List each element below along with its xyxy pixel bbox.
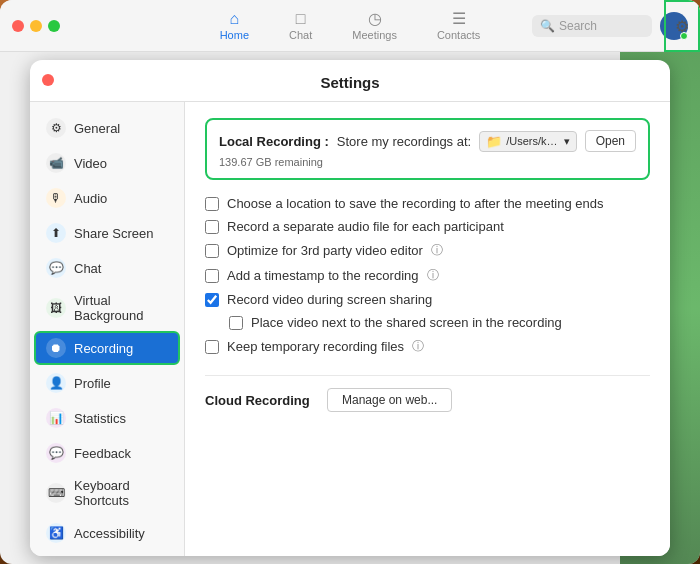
checkbox-optimize-input[interactable] — [205, 244, 219, 258]
maximize-button[interactable] — [48, 20, 60, 32]
sidebar-item-video[interactable]: 📹 Video — [34, 146, 180, 180]
sidebar-label-chat: Chat — [74, 261, 101, 276]
search-icon: 🔍 — [540, 19, 555, 33]
checkbox-keep-temp-label: Keep temporary recording files — [227, 339, 404, 354]
gear-button[interactable]: ⚙ — [664, 0, 700, 52]
tab-chat[interactable]: □ Chat — [281, 7, 320, 45]
cloud-recording-row: Cloud Recording Manage on web... — [205, 375, 650, 412]
checkbox-choose-location-label: Choose a location to save the recording … — [227, 196, 604, 211]
sidebar-item-statistics[interactable]: 📊 Statistics — [34, 401, 180, 435]
modal-body: ⚙ General 📹 Video 🎙 Audio ⬆ Share Screen — [30, 102, 670, 556]
sidebar-item-share-screen[interactable]: ⬆ Share Screen — [34, 216, 180, 250]
checkbox-place-video-next: Place video next to the shared screen in… — [205, 311, 650, 334]
chat-nav-icon: □ — [296, 11, 306, 27]
recording-icon: ⏺ — [46, 338, 66, 358]
checkbox-separate-audio: Record a separate audio file for each pa… — [205, 215, 650, 238]
sidebar-item-accessibility[interactable]: ♿ Accessibility — [34, 516, 180, 550]
settings-sidebar: ⚙ General 📹 Video 🎙 Audio ⬆ Share Screen — [30, 102, 185, 556]
share-screen-icon: ⬆ — [46, 223, 66, 243]
traffic-lights — [12, 20, 60, 32]
content-area: Settings ⚙ General 📹 Video 🎙 Audio — [0, 52, 700, 564]
minimize-button[interactable] — [30, 20, 42, 32]
settings-title: Settings — [30, 60, 670, 102]
contacts-icon: ☰ — [452, 11, 466, 27]
titlebar: ⌂ Home □ Chat ◷ Meetings ☰ Contacts 🔍 Se… — [0, 0, 700, 52]
sidebar-label-audio: Audio — [74, 191, 107, 206]
video-icon: 📹 — [46, 153, 66, 173]
checkbox-keep-temp-input[interactable] — [205, 340, 219, 354]
sidebar-label-accessibility: Accessibility — [74, 526, 145, 541]
close-button[interactable] — [12, 20, 24, 32]
statistics-icon: 📊 — [46, 408, 66, 428]
local-recording-box: Local Recording : Store my recordings at… — [205, 118, 650, 180]
sidebar-label-profile: Profile — [74, 376, 111, 391]
profile-icon: 👤 — [46, 373, 66, 393]
tab-meetings[interactable]: ◷ Meetings — [344, 7, 405, 45]
sidebar-label-feedback: Feedback — [74, 446, 131, 461]
sidebar-label-share-screen: Share Screen — [74, 226, 154, 241]
info-icon-timestamp[interactable]: ⓘ — [427, 267, 439, 284]
audio-icon: 🎙 — [46, 188, 66, 208]
checkbox-keep-temp: Keep temporary recording files ⓘ — [205, 334, 650, 359]
manage-on-web-button[interactable]: Manage on web... — [327, 388, 452, 412]
modal-close-dot[interactable] — [42, 74, 54, 86]
tab-contacts-label: Contacts — [437, 29, 480, 41]
checkbox-choose-location-input[interactable] — [205, 197, 219, 211]
app-window: ⌂ Home □ Chat ◷ Meetings ☰ Contacts 🔍 Se… — [0, 0, 700, 564]
sidebar-label-recording: Recording — [74, 341, 133, 356]
sidebar-item-feedback[interactable]: 💬 Feedback — [34, 436, 180, 470]
tab-chat-label: Chat — [289, 29, 312, 41]
checkbox-separate-audio-label: Record a separate audio file for each pa… — [227, 219, 504, 234]
sidebar-item-general[interactable]: ⚙ General — [34, 111, 180, 145]
open-button[interactable]: Open — [585, 130, 636, 152]
sidebar-label-video: Video — [74, 156, 107, 171]
checkbox-place-video-input[interactable] — [229, 316, 243, 330]
main-panel: Local Recording : Store my recordings at… — [185, 102, 670, 556]
search-placeholder: Search — [559, 19, 597, 33]
checkbox-timestamp-label: Add a timestamp to the recording — [227, 268, 419, 283]
sidebar-label-virtual-background: Virtual Background — [74, 293, 168, 323]
keyboard-shortcuts-icon: ⌨ — [46, 483, 66, 503]
storage-remaining: 139.67 GB remaining — [219, 156, 636, 168]
settings-modal: Settings ⚙ General 📹 Video 🎙 Audio — [30, 60, 670, 556]
sidebar-item-virtual-background[interactable]: 🖼 Virtual Background — [34, 286, 180, 330]
sidebar-item-keyboard-shortcuts[interactable]: ⌨ Keyboard Shortcuts — [34, 471, 180, 515]
chevron-down-icon: ▾ — [564, 135, 570, 148]
checkbox-choose-location: Choose a location to save the recording … — [205, 192, 650, 215]
sidebar-item-profile[interactable]: 👤 Profile — [34, 366, 180, 400]
checkbox-record-video-label: Record video during screen sharing — [227, 292, 432, 307]
checkbox-timestamp-input[interactable] — [205, 269, 219, 283]
checkbox-place-video-label: Place video next to the shared screen in… — [251, 315, 562, 330]
gear-icon: ⚙ — [675, 17, 689, 36]
checkbox-record-video-input[interactable] — [205, 293, 219, 307]
feedback-icon: 💬 — [46, 443, 66, 463]
chat-sidebar-icon: 💬 — [46, 258, 66, 278]
home-icon: ⌂ — [230, 11, 240, 27]
meetings-icon: ◷ — [368, 11, 382, 27]
virtual-background-icon: 🖼 — [46, 298, 66, 318]
general-icon: ⚙ — [46, 118, 66, 138]
sidebar-item-chat[interactable]: 💬 Chat — [34, 251, 180, 285]
recording-path-picker[interactable]: 📁 /Users/krlu2891/Docum... ▾ — [479, 131, 576, 152]
checkbox-optimize-label: Optimize for 3rd party video editor — [227, 243, 423, 258]
tab-home[interactable]: ⌂ Home — [212, 7, 257, 45]
sidebar-label-keyboard-shortcuts: Keyboard Shortcuts — [74, 478, 168, 508]
folder-icon: 📁 — [486, 134, 502, 149]
sidebar-item-recording[interactable]: ⏺ Recording — [34, 331, 180, 365]
tab-contacts[interactable]: ☰ Contacts — [429, 7, 488, 45]
cloud-recording-label: Cloud Recording — [205, 393, 315, 408]
sidebar-item-audio[interactable]: 🎙 Audio — [34, 181, 180, 215]
checkbox-separate-audio-input[interactable] — [205, 220, 219, 234]
nav-tabs: ⌂ Home □ Chat ◷ Meetings ☰ Contacts — [212, 7, 489, 45]
accessibility-icon: ♿ — [46, 523, 66, 543]
info-icon-optimize[interactable]: ⓘ — [431, 242, 443, 259]
checkbox-optimize-3rd-party: Optimize for 3rd party video editor ⓘ — [205, 238, 650, 263]
info-icon-keep-temp[interactable]: ⓘ — [412, 338, 424, 355]
tab-meetings-label: Meetings — [352, 29, 397, 41]
path-text: /Users/krlu2891/Docum... — [506, 135, 559, 147]
checkbox-record-video-screen: Record video during screen sharing — [205, 288, 650, 311]
store-at-label: Store my recordings at: — [337, 134, 471, 149]
local-recording-header: Local Recording : Store my recordings at… — [219, 130, 636, 152]
search-bar[interactable]: 🔍 Search — [532, 15, 652, 37]
local-recording-label: Local Recording : — [219, 134, 329, 149]
